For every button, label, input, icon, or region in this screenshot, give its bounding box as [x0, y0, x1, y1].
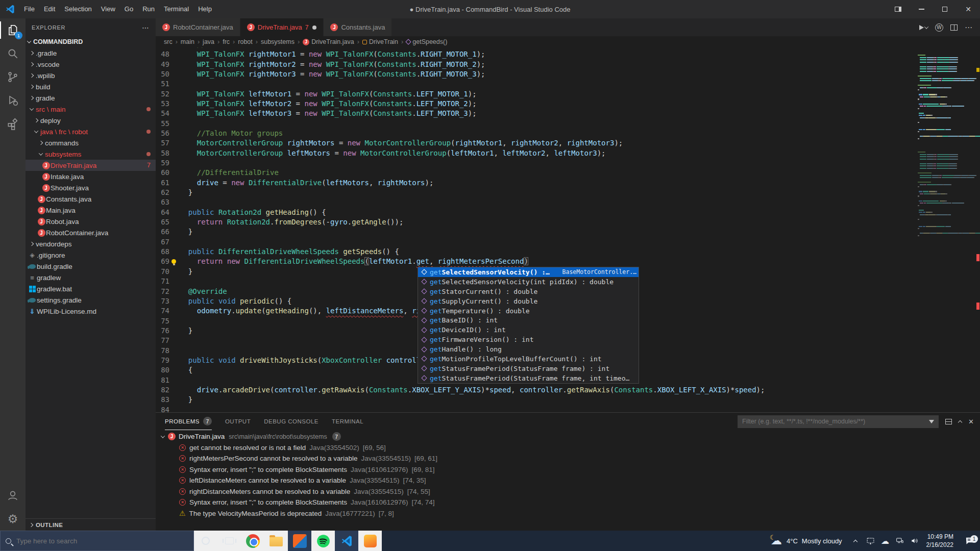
- tree-item-subsystems[interactable]: subsystems: [26, 148, 156, 160]
- breadcrumb-item-robot[interactable]: robot: [238, 38, 253, 45]
- outline-section[interactable]: OUTLINE: [26, 518, 156, 531]
- tray-volume-button[interactable]: [908, 537, 922, 545]
- minimize-button[interactable]: [910, 0, 933, 18]
- breadcrumb-item-main[interactable]: main: [181, 38, 194, 45]
- suggestion-item[interactable]: getSelectedSensorVelocity() :…BaseMotorC…: [418, 267, 639, 277]
- menu-item-file[interactable]: File: [19, 3, 39, 16]
- tree-item--vscode[interactable]: .vscode: [26, 59, 156, 70]
- tree-item--wpilib[interactable]: .wpilib: [26, 70, 156, 81]
- taskbar-app-task-view[interactable]: [217, 531, 241, 551]
- tree-item-intake-java[interactable]: JIntake.java: [26, 171, 156, 182]
- tab-drivetrain.java[interactable]: JDriveTrain.java7: [240, 18, 324, 36]
- taskbar-app-orange-app[interactable]: [358, 531, 382, 551]
- panel-tab-output[interactable]: OUTPUT: [225, 413, 251, 430]
- extensions-activity-button[interactable]: [0, 112, 26, 136]
- tree-item-vendordeps[interactable]: vendordeps: [26, 238, 156, 249]
- tray-display-button[interactable]: [863, 537, 878, 545]
- lightbulb-icon[interactable]: [172, 259, 176, 264]
- tree-item-settings-gradle[interactable]: settings.gradle: [26, 294, 156, 306]
- more-actions-button[interactable]: ⋯: [965, 23, 973, 32]
- tree-item-deploy[interactable]: deploy: [26, 115, 156, 126]
- menu-item-selection[interactable]: Selection: [60, 3, 96, 16]
- suggestion-item[interactable]: getSupplyCurrent() : double: [418, 296, 639, 306]
- menu-item-view[interactable]: View: [96, 3, 120, 16]
- breadcrumb-item-frc[interactable]: frc: [223, 38, 230, 45]
- problem-row[interactable]: ⚠The type VelocityMeasPeriod is deprecat…: [156, 508, 980, 519]
- suggestion-item[interactable]: getHandle() : long: [418, 344, 639, 354]
- menu-item-run[interactable]: Run: [138, 3, 159, 16]
- problems-filter-input[interactable]: [742, 418, 929, 425]
- breadcrumb-item-drivetrain[interactable]: DriveTrain: [362, 38, 398, 45]
- problem-row[interactable]: ✕leftDistanceMeters cannot be resolved t…: [156, 475, 980, 486]
- breadcrumb-item-drivetrain-java[interactable]: JDriveTrain.java: [303, 38, 354, 45]
- settings-button[interactable]: ⚙: [0, 507, 26, 531]
- suggestion-item[interactable]: getMotionProfileTopLevelBufferCount() : …: [418, 354, 639, 364]
- tree-item--gradle[interactable]: .gradle: [26, 47, 156, 59]
- panel-split-button[interactable]: [945, 419, 952, 424]
- tray-network-button[interactable]: [893, 537, 908, 545]
- problem-row[interactable]: ✕rightDistanceMeters cannot be resolved …: [156, 486, 980, 497]
- breadcrumb-item-getspeeds-[interactable]: getSpeeds(): [406, 38, 447, 45]
- tray-onedrive-button[interactable]: ☁: [878, 536, 893, 546]
- menu-item-help[interactable]: Help: [193, 3, 216, 16]
- search-activity-button[interactable]: [0, 42, 26, 65]
- menu-item-terminal[interactable]: Terminal: [159, 3, 193, 16]
- tree-item-gradlew[interactable]: ≡gradlew: [26, 272, 156, 283]
- problems-file-row[interactable]: JDriveTrain.javasrc\main\java\frc\robot\…: [156, 431, 980, 442]
- tree-item-robotcontainer-java[interactable]: JRobotContainer.java: [26, 227, 156, 238]
- taskbar-app-chrome[interactable]: [241, 531, 264, 551]
- overview-ruler[interactable]: [976, 47, 980, 412]
- panel-tab-debug-console[interactable]: DEBUG CONSOLE: [264, 413, 318, 430]
- tab-robotcontainer.java[interactable]: JRobotContainer.java: [156, 18, 240, 36]
- run-debug-activity-button[interactable]: [0, 89, 26, 112]
- panel-maximize-chevron-icon[interactable]: [958, 420, 962, 424]
- suggestion-item[interactable]: getDeviceID() : int: [418, 325, 639, 335]
- split-editor-button[interactable]: [950, 24, 958, 31]
- close-button[interactable]: ✕: [957, 0, 980, 18]
- suggestion-item[interactable]: getStatorCurrent() : double: [418, 287, 639, 296]
- layout-toggle-button[interactable]: [886, 0, 910, 18]
- source-control-activity-button[interactable]: [0, 65, 26, 89]
- tree-item-build[interactable]: build: [26, 81, 156, 92]
- notification-center-button[interactable]: 1: [959, 536, 980, 546]
- weather-widget[interactable]: ☾☁ 4°C Mostly cloudy: [763, 535, 848, 546]
- wpilib-button[interactable]: W: [935, 23, 943, 32]
- suggestion-item[interactable]: getSelectedSensorVelocity(int pidIdx) : …: [418, 277, 639, 287]
- tree-item-java-frc-robot[interactable]: java \ frc \ robot: [26, 126, 156, 137]
- suggestion-item[interactable]: getTemperature() : double: [418, 306, 639, 316]
- taskbar-app-cortana[interactable]: [194, 531, 217, 551]
- tree-item-gradle[interactable]: gradle: [26, 92, 156, 104]
- tree-item-shooter-java[interactable]: JShooter.java: [26, 182, 156, 193]
- problem-row[interactable]: ✕Syntax error, insert ";" to complete Bl…: [156, 497, 980, 508]
- suggestion-item[interactable]: getStatusFramePeriod(StatusFrame frame, …: [418, 373, 639, 383]
- suggestion-item[interactable]: getStatusFramePeriod(StatusFrame frame) …: [418, 364, 639, 373]
- panel-tab-terminal[interactable]: TERMINAL: [332, 413, 363, 430]
- taskbar-clock[interactable]: 10:49 PM 2/16/2022: [922, 533, 959, 549]
- tree-item-robot-java[interactable]: JRobot.java: [26, 216, 156, 227]
- menu-item-edit[interactable]: Edit: [39, 3, 60, 16]
- run-button[interactable]: [919, 25, 928, 30]
- tree-item-constants-java[interactable]: JConstants.java: [26, 193, 156, 205]
- problems-filter[interactable]: [738, 415, 939, 428]
- tree-item-wpilib-license-md[interactable]: ⇓WPILib-License.md: [26, 306, 156, 317]
- maximize-button[interactable]: [933, 0, 957, 18]
- taskbar-search-input[interactable]: [16, 537, 188, 545]
- taskbar-app-file-explorer[interactable]: [264, 531, 288, 551]
- panel-tab-problems[interactable]: PROBLEMS7: [165, 413, 212, 430]
- problem-row[interactable]: ✕get cannot be resolved or is not a fiel…: [156, 442, 980, 454]
- tree-item-build-gradle[interactable]: build.gradle: [26, 261, 156, 272]
- tree-item-main-java[interactable]: JMain.java: [26, 205, 156, 216]
- code-editor[interactable]: 47 // Talons48 WPI_TalonFX rightMotor1 =…: [156, 47, 980, 412]
- breadcrumb-item-subsystems[interactable]: subsystems: [261, 38, 295, 45]
- accounts-button[interactable]: [0, 484, 26, 507]
- tree-item-commands[interactable]: commands: [26, 137, 156, 148]
- tree-item-gradlew-bat[interactable]: gradlew.bat: [26, 283, 156, 294]
- tab-constants.java[interactable]: JConstants.java: [324, 18, 392, 36]
- problem-row[interactable]: ✕Syntax error, insert ";" to complete Bl…: [156, 464, 980, 475]
- problem-row[interactable]: ✕rightMetersPerSecond cannot be resolved…: [156, 453, 980, 464]
- suggestion-item[interactable]: getBaseID() : int: [418, 315, 639, 325]
- tree-item-src-main[interactable]: src \ main: [26, 104, 156, 115]
- breadcrumb-item-src[interactable]: src: [164, 38, 173, 45]
- tree-item--gitignore[interactable]: ◈.gitignore: [26, 249, 156, 261]
- tree-item-drivetrain-java[interactable]: JDriveTrain.java7: [26, 160, 156, 171]
